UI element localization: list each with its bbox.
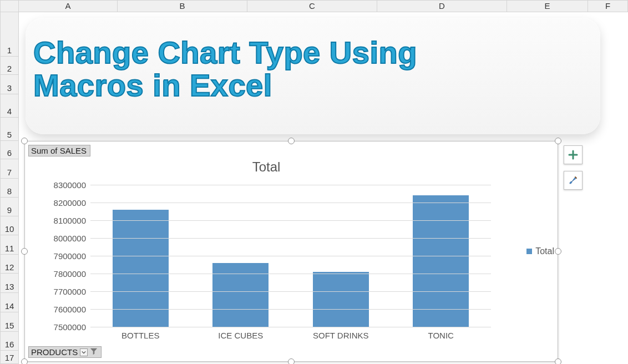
column-header[interactable]: D — [377, 0, 507, 12]
gridline — [90, 274, 491, 274]
row-header[interactable]: 17 — [0, 351, 19, 364]
y-axis-tick-label: 7800000 — [38, 269, 86, 279]
paintbrush-icon — [568, 175, 579, 186]
x-axis-tick-label: BOTTLES — [90, 331, 191, 340]
column-header[interactable]: A — [19, 0, 118, 12]
row-header[interactable]: 10 — [0, 216, 19, 235]
filter-icon — [90, 347, 98, 357]
row-header[interactable]: 4 — [0, 94, 19, 118]
row-header[interactable]: 13 — [0, 274, 19, 293]
row-header[interactable]: 16 — [0, 332, 19, 351]
chart-elements-button[interactable] — [564, 145, 583, 164]
resize-handle[interactable] — [288, 138, 295, 144]
worksheet-area[interactable]: Change Chart Type Using Macros in Excel … — [19, 12, 628, 364]
select-all-corner[interactable] — [0, 0, 19, 12]
row-header[interactable]: 14 — [0, 293, 19, 312]
pivot-field-label: PRODUCTS — [31, 347, 78, 357]
row-header[interactable]: 2 — [0, 57, 19, 75]
resize-handle[interactable] — [21, 358, 28, 364]
chart-bar[interactable] — [212, 263, 269, 327]
gridline — [90, 309, 491, 310]
resize-handle[interactable] — [21, 248, 28, 255]
row-header[interactable]: 12 — [0, 255, 19, 274]
pivot-field-axis[interactable]: PRODUCTS — [28, 346, 102, 358]
plus-icon — [568, 149, 579, 160]
chart-plot-area[interactable]: BOTTLESICE CUBESSOFT DRINKSTONIC 7500000… — [90, 185, 491, 327]
y-axis-tick-label: 8000000 — [38, 234, 86, 243]
row-header[interactable]: 3 — [0, 75, 19, 94]
gridline — [90, 238, 491, 239]
chart-bar[interactable] — [313, 272, 369, 327]
dropdown-icon[interactable] — [80, 348, 88, 356]
chart-title[interactable]: Total — [25, 159, 508, 175]
row-header[interactable]: 5 — [0, 118, 19, 141]
y-axis-tick-label: 8300000 — [38, 180, 86, 190]
resize-handle[interactable] — [555, 248, 561, 255]
chart-bar[interactable] — [413, 195, 469, 327]
title-banner: Change Chart Type Using Macros in Excel — [26, 18, 600, 134]
legend-swatch — [526, 249, 532, 254]
y-axis-tick-label: 7500000 — [38, 322, 86, 332]
gridline — [90, 185, 491, 185]
chart-legend[interactable]: Total — [526, 246, 554, 256]
column-header[interactable]: F — [588, 0, 628, 12]
resize-handle[interactable] — [555, 138, 561, 144]
resize-handle[interactable] — [288, 358, 295, 364]
row-header[interactable]: 11 — [0, 235, 19, 255]
x-axis-tick-label: ICE CUBES — [191, 331, 291, 340]
gridline — [90, 220, 491, 221]
column-header[interactable]: B — [118, 0, 247, 12]
pivot-field-label: Sum of SALES — [31, 146, 87, 155]
pivot-field-values[interactable]: Sum of SALES — [28, 145, 90, 156]
legend-label: Total — [535, 246, 554, 256]
y-axis-tick-label: 8200000 — [38, 198, 86, 208]
gridline — [90, 203, 491, 203]
pivot-chart-object[interactable]: Sum of SALES PRODUCTS Total BOTTLESICE C… — [24, 141, 558, 362]
y-axis-tick-label: 7700000 — [38, 287, 86, 296]
row-header[interactable]: 6 — [0, 141, 19, 159]
row-header[interactable]: 15 — [0, 312, 19, 332]
chart-styles-button[interactable] — [564, 171, 583, 190]
y-axis-tick-label: 8100000 — [38, 216, 86, 225]
row-header[interactable]: 1 — [0, 12, 19, 57]
resize-handle[interactable] — [21, 138, 28, 144]
gridline — [90, 327, 491, 327]
x-axis-tick-label: TONIC — [391, 331, 492, 340]
x-axis-tick-label: SOFT DRINKS — [291, 331, 391, 340]
resize-handle[interactable] — [555, 358, 561, 364]
column-header[interactable]: E — [507, 0, 588, 12]
y-axis-tick-label: 7600000 — [38, 305, 86, 314]
row-header[interactable]: 8 — [0, 179, 19, 198]
column-header[interactable]: C — [247, 0, 377, 12]
y-axis-tick-label: 7900000 — [38, 251, 86, 261]
row-header[interactable]: 7 — [0, 159, 19, 179]
row-header[interactable]: 9 — [0, 198, 19, 216]
gridline — [90, 256, 491, 256]
gridline — [90, 291, 491, 292]
title-text: Change Chart Type Using Macros in Excel — [33, 37, 417, 102]
